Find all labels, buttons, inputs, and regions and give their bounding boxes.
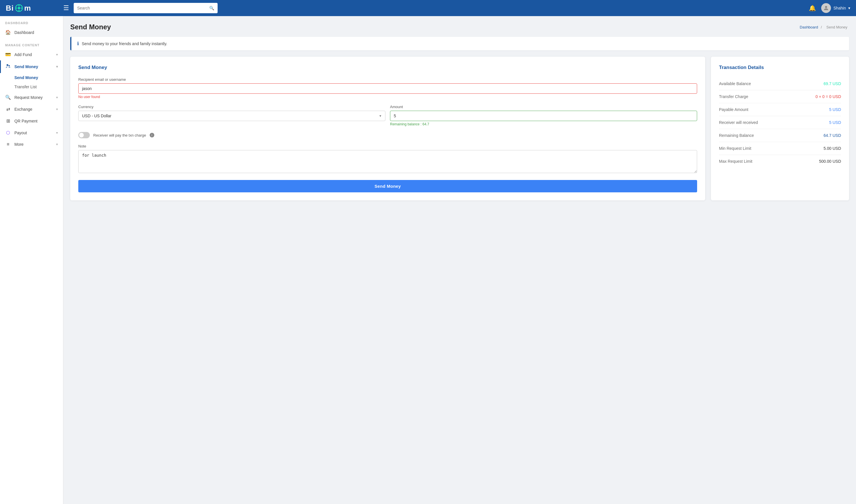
svg-point-2	[18, 5, 20, 6]
txn-row-label: Min Request Limit	[719, 146, 751, 151]
send-money-icon	[5, 64, 11, 70]
logo-m: m	[24, 4, 31, 13]
txn-row-value: 5 USD	[829, 120, 841, 125]
svg-point-3	[21, 7, 22, 8]
transaction-rows: Available Balance69.7 USDTransfer Charge…	[719, 77, 841, 168]
txn-row-value: 5 USD	[829, 107, 841, 112]
send-money-card: Send Money Recipient email or username N…	[70, 57, 705, 200]
txn-row-value: 0 + 0 = 0 USD	[816, 94, 841, 99]
payout-icon: ⬡	[5, 130, 11, 136]
sidebar-item-payout[interactable]: ⬡ Payout ▾	[0, 127, 63, 139]
toggle-label: Receiver will pay the txn charge	[93, 133, 146, 138]
sidebar-item-dashboard[interactable]: 🏠 Dashboard	[0, 26, 63, 38]
txn-row-label: Payable Amount	[719, 107, 748, 112]
chevron-down-icon-3: ▾	[56, 107, 58, 111]
txn-row: Receiver will received5 USD	[719, 116, 841, 129]
sidebar-item-payout-label: Payout	[14, 130, 27, 135]
amount-hint: Remaining balance : 64.7	[390, 122, 697, 126]
currency-select[interactable]: USD - US Dollar	[78, 111, 386, 121]
note-label: Note	[78, 144, 697, 148]
search-input[interactable]	[77, 6, 209, 10]
sidebar-item-more-label: More	[14, 142, 23, 147]
amount-label: Amount	[390, 105, 697, 109]
add-fund-icon: 💳	[5, 52, 11, 57]
search-box[interactable]: 🔍	[74, 3, 218, 13]
toggle-info-icon[interactable]: i	[150, 133, 154, 138]
svg-point-1	[18, 7, 20, 9]
search-icon: 🔍	[209, 6, 214, 10]
sidebar-item-exchange[interactable]: ⇄ Exchange ▾	[0, 103, 63, 115]
txn-row-value: 500.00 USD	[819, 159, 841, 164]
breadcrumb-home[interactable]: Dashboard	[800, 25, 818, 29]
sidebar-item-request-money[interactable]: 🔍 Request Money ▾	[0, 91, 63, 103]
amount-group: Amount Remaining balance : 64.7	[390, 105, 697, 126]
txn-row: Max Request Limit500.00 USD	[719, 155, 841, 168]
chevron-up-icon: ▾	[56, 65, 58, 69]
breadcrumb-separator: /	[821, 25, 822, 29]
recipient-group: Recipient email or username No user foun…	[78, 77, 697, 99]
exchange-icon: ⇄	[5, 106, 11, 112]
txn-row-label: Receiver will received	[719, 120, 758, 125]
sidebar-item-request-money-label: Request Money	[14, 95, 42, 100]
sidebar-sub-transfer-list[interactable]: Transfer List	[14, 82, 63, 91]
svg-point-8	[8, 65, 10, 67]
txn-row-label: Max Request Limit	[719, 159, 752, 164]
page-header: Send Money Dashboard / Send Money	[70, 23, 849, 31]
recipient-error: No user found	[78, 95, 697, 99]
transaction-details-title: Transaction Details	[719, 65, 841, 70]
more-icon: ≡	[5, 142, 11, 147]
sidebar-item-send-money[interactable]: Send Money ▾	[0, 60, 63, 73]
txn-row: Payable Amount5 USD	[719, 103, 841, 116]
sidebar-section-dashboard: DASHBOARD	[0, 16, 63, 26]
user-menu[interactable]: Shahin ▾	[821, 3, 850, 13]
alert-banner: ℹ Send money to your friends and family …	[70, 37, 849, 50]
hamburger-icon[interactable]: ☰	[63, 4, 69, 12]
request-money-icon: 🔍	[5, 95, 11, 100]
logo-bit: Bi	[6, 4, 14, 13]
info-icon: ℹ	[77, 41, 79, 46]
txn-row-label: Transfer Charge	[719, 94, 748, 99]
sidebar: DASHBOARD 🏠 Dashboard MANAGE CONTENT 💳 A…	[0, 16, 63, 504]
home-icon: 🏠	[5, 30, 11, 35]
currency-label: Currency	[78, 105, 386, 109]
svg-point-5	[16, 7, 17, 8]
sidebar-item-exchange-label: Exchange	[14, 107, 32, 111]
currency-select-wrapper: USD - US Dollar	[78, 111, 386, 121]
sidebar-section-manage: MANAGE CONTENT	[0, 38, 63, 49]
sidebar-item-add-fund-label: Add Fund	[14, 52, 32, 57]
note-group: Note for launch	[78, 144, 697, 174]
recipient-input[interactable]	[78, 83, 697, 94]
content-grid: Send Money Recipient email or username N…	[70, 57, 849, 200]
top-navigation: Bi m ☰ 🔍 🔔 Shahin ▾	[0, 0, 856, 16]
topnav-right: 🔔 Shahin ▾	[809, 3, 850, 13]
send-money-card-title: Send Money	[78, 65, 697, 70]
note-textarea[interactable]: for launch	[78, 150, 697, 173]
breadcrumb-current: Send Money	[826, 25, 848, 29]
alert-message: Send money to your friends and family in…	[82, 41, 167, 46]
amount-input[interactable]	[390, 111, 697, 121]
svg-point-7	[6, 64, 8, 66]
sidebar-item-more[interactable]: ≡ More ▾	[0, 139, 63, 150]
transaction-details-card: Transaction Details Available Balance69.…	[711, 57, 849, 200]
chevron-down-icon-4: ▾	[56, 131, 58, 135]
txn-row: Transfer Charge0 + 0 = 0 USD	[719, 90, 841, 103]
txn-row-label: Available Balance	[719, 82, 751, 86]
breadcrumb: Dashboard / Send Money	[800, 25, 849, 29]
sidebar-item-send-money-label: Send Money	[14, 65, 38, 69]
logo-icon	[15, 4, 23, 12]
sidebar-item-qr-payment[interactable]: ⊞ QR Payment	[0, 115, 63, 127]
app-logo: Bi m	[6, 4, 63, 13]
txn-row: Remaining Balance64.7 USD	[719, 129, 841, 142]
notification-bell-icon[interactable]: 🔔	[809, 5, 816, 12]
chevron-down-icon: ▾	[56, 53, 58, 57]
txn-row: Available Balance69.7 USD	[719, 77, 841, 90]
send-money-submenu: Send Money Transfer List	[0, 73, 63, 91]
txn-row-value: 69.7 USD	[823, 82, 841, 86]
sidebar-item-add-fund[interactable]: 💳 Add Fund ▾	[0, 49, 63, 60]
main-content: Send Money Dashboard / Send Money ℹ Send…	[63, 16, 856, 504]
txn-charge-toggle[interactable]	[78, 132, 90, 138]
send-money-button[interactable]: Send Money	[78, 180, 697, 192]
qr-payment-icon: ⊞	[5, 118, 11, 124]
recipient-label: Recipient email or username	[78, 77, 697, 82]
sidebar-sub-send-money[interactable]: Send Money	[14, 73, 63, 82]
